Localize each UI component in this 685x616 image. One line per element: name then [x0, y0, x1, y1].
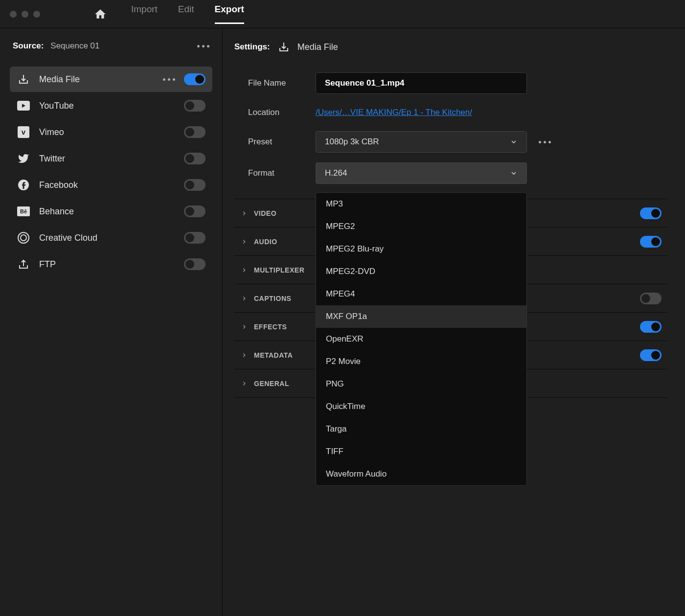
section-toggle[interactable] [640, 293, 662, 304]
destination-label: Behance [39, 206, 184, 217]
format-option[interactable]: P2 Movie [316, 350, 526, 373]
format-dropdown[interactable]: MP3MPEG2MPEG2 Blu-rayMPEG2-DVDMPEG4MXF O… [316, 192, 527, 486]
destination-label: Creative Cloud [39, 233, 184, 243]
destination-toggle[interactable] [184, 179, 206, 191]
destination-list: Media FileYouTubevVimeoTwitterFacebookBē… [10, 67, 212, 277]
cc-icon [17, 231, 30, 245]
chevron-right-icon [238, 295, 250, 302]
format-option[interactable]: Targa [316, 418, 526, 440]
filename-input[interactable] [316, 72, 527, 94]
preset-row: Preset 1080p 3k CBR [234, 131, 667, 153]
upload-icon [17, 257, 30, 271]
destination-vimeo[interactable]: vVimeo [10, 119, 212, 145]
preset-label: Preset [248, 137, 316, 147]
destination-toggle[interactable] [184, 205, 206, 217]
destination-facebook[interactable]: Facebook [10, 172, 212, 198]
svg-point-6 [18, 232, 29, 243]
home-button[interactable] [94, 8, 107, 21]
format-option[interactable]: TIFF [316, 440, 526, 463]
location-row: Location /Users/…VIE MAKING/Ep 1 - The K… [234, 108, 667, 117]
format-option[interactable]: MPEG2-DVD [316, 260, 526, 283]
format-value: H.264 [325, 168, 347, 178]
format-row: Format H.264 [234, 162, 667, 184]
svg-text:v: v [22, 128, 26, 136]
format-option[interactable]: Waveform Audio [316, 463, 526, 485]
tab-import[interactable]: Import [131, 4, 158, 24]
chevron-right-icon [238, 238, 250, 245]
settings-panel: Settings: Media File File Name Location … [223, 28, 685, 616]
twitter-icon [17, 152, 30, 165]
chevron-down-icon [510, 138, 518, 146]
preset-select[interactable]: 1080p 3k CBR [316, 131, 527, 153]
format-option[interactable]: PNG [316, 373, 526, 395]
destination-label: Facebook [39, 180, 184, 190]
preset-more-button[interactable] [539, 141, 551, 143]
destination-toggle[interactable] [184, 232, 206, 244]
sidebar: Source: Sequence 01 Media FileYouTubevVi… [0, 28, 223, 616]
chevron-right-icon [238, 267, 250, 274]
format-option[interactable]: QuickTime [316, 395, 526, 418]
facebook-icon [17, 178, 30, 192]
destination-label: YouTube [39, 101, 184, 111]
behance-icon: Bē [17, 205, 30, 218]
titlebar: Import Edit Export [0, 0, 685, 28]
main-tabs: Import Edit Export [131, 4, 244, 24]
destination-creative-cloud[interactable]: Creative Cloud [10, 225, 212, 251]
settings-label: Settings: [234, 42, 270, 52]
maximize-window-button[interactable] [33, 11, 40, 18]
close-window-button[interactable] [10, 11, 17, 18]
chevron-right-icon [238, 352, 250, 359]
destination-toggle[interactable] [184, 100, 206, 112]
destination-ftp[interactable]: FTP [10, 251, 212, 277]
destination-toggle[interactable] [184, 258, 206, 270]
destination-toggle[interactable] [184, 126, 206, 138]
vimeo-icon: v [17, 125, 30, 139]
youtube-icon [17, 99, 30, 113]
svg-text:Bē: Bē [20, 208, 27, 214]
destination-twitter[interactable]: Twitter [10, 146, 212, 171]
chevron-right-icon [238, 323, 250, 330]
format-option[interactable]: MP3 [316, 193, 526, 215]
minimize-window-button[interactable] [22, 11, 28, 18]
filename-row: File Name [234, 72, 667, 94]
section-toggle[interactable] [640, 207, 662, 219]
format-option[interactable]: MPEG2 [316, 215, 526, 238]
section-toggle[interactable] [640, 321, 662, 333]
filename-label: File Name [248, 78, 316, 88]
tab-export[interactable]: Export [215, 4, 244, 24]
destination-youtube[interactable]: YouTube [10, 93, 212, 118]
preset-value: 1080p 3k CBR [325, 137, 379, 147]
destination-label: Media File [39, 74, 163, 85]
format-option[interactable]: MPEG2 Blu-ray [316, 238, 526, 260]
source-more-button[interactable] [197, 45, 209, 47]
section-toggle[interactable] [640, 349, 662, 361]
source-label: Source: [13, 41, 44, 51]
format-option[interactable]: MPEG4 [316, 283, 526, 305]
destination-label: FTP [39, 259, 184, 270]
destination-label: Twitter [39, 154, 184, 164]
section-toggle[interactable] [640, 236, 662, 248]
destination-behance[interactable]: BēBehance [10, 199, 212, 224]
location-link[interactable]: /Users/…VIE MAKING/Ep 1 - The Kitchen/ [316, 108, 472, 117]
source-row: Source: Sequence 01 [10, 41, 212, 51]
source-name[interactable]: Sequence 01 [50, 41, 99, 51]
format-option[interactable]: MXF OP1a [316, 305, 526, 328]
tab-edit[interactable]: Edit [178, 4, 194, 24]
settings-header: Settings: Media File [234, 41, 667, 53]
destination-more-button[interactable] [163, 78, 175, 81]
format-select[interactable]: H.264 [316, 162, 527, 184]
home-icon [94, 8, 107, 21]
window-controls [10, 11, 40, 18]
format-label: Format [248, 168, 316, 178]
destination-media-file[interactable]: Media File [10, 67, 212, 92]
location-label: Location [248, 108, 316, 117]
chevron-right-icon [238, 380, 250, 387]
destination-toggle[interactable] [184, 73, 206, 85]
settings-destination-name: Media File [297, 42, 338, 52]
format-option[interactable]: OpenEXR [316, 328, 526, 350]
destination-toggle[interactable] [184, 153, 206, 164]
destination-label: Vimeo [39, 127, 184, 137]
download-icon [278, 41, 290, 53]
chevron-right-icon [238, 210, 250, 217]
chevron-down-icon [510, 169, 518, 177]
